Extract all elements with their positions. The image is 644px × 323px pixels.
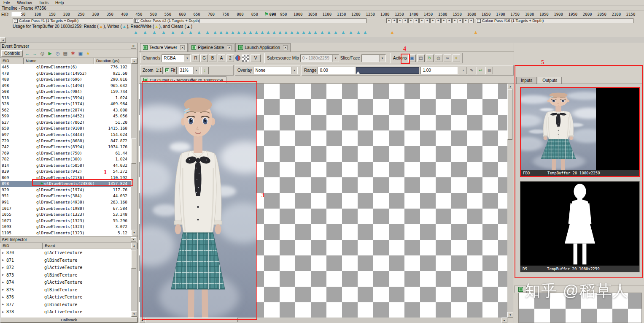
eid-input[interactable]: [11, 12, 22, 16]
fit-button[interactable]: Fit: [164, 67, 176, 74]
scroll-track[interactable]: [507, 89, 513, 312]
api-call-row[interactable]: ▶871glBindTexture: [0, 257, 132, 264]
collapsed-pass[interactable]: +: [392, 18, 397, 23]
range-marker-icon[interactable]: [356, 71, 360, 74]
zoom-range-icon[interactable]: ◔: [459, 67, 466, 74]
event-row[interactable]: 1017glDrawElements(1980)67.584: [0, 206, 132, 212]
channel-g-button[interactable]: G: [200, 54, 208, 62]
event-row[interactable]: 729glDrawElements(8688)847.872: [0, 138, 132, 144]
event-row[interactable]: 814glDrawElements(5058)44.032: [0, 163, 132, 169]
api-call-row[interactable]: ▶875glBindTexture: [0, 286, 132, 294]
tab-texture-viewer[interactable]: Texture Viewer×: [140, 43, 188, 52]
event-row[interactable]: 488glDrawElements(696)290.816: [0, 76, 132, 83]
tab-outputs[interactable]: Outputs: [538, 77, 562, 84]
collapsed-pass[interactable]: +: [441, 18, 446, 23]
collapsed-pass[interactable]: +: [397, 18, 402, 23]
event-row[interactable]: 599glDrawElements(4452)45.056: [0, 113, 132, 119]
event-row[interactable]: 508glDrawElements(984)159.744: [0, 89, 132, 95]
expander-icon[interactable]: ▶: [0, 258, 6, 262]
api-inspector-scrollbar[interactable]: ▲ ▼: [131, 243, 137, 317]
expander-icon[interactable]: ▶: [0, 288, 6, 291]
tab-cur-output[interactable]: Cur Output 0 - TempBuffer 20 1080x2259: [140, 76, 226, 83]
close-icon[interactable]: ×: [131, 237, 136, 242]
collapsed-pass[interactable]: +: [425, 18, 430, 23]
event-browser-scrollbar[interactable]: ▲ ▼: [131, 58, 137, 235]
thumbnail-ds[interactable]: DS TempBuffer 20 1080x2259: [520, 181, 640, 272]
api-call-row[interactable]: ▶870glActiveTexture: [0, 249, 132, 257]
colour-pass-bar[interactable]: +Colour Pass #16 (1 Targets + Depth): [476, 18, 633, 23]
scroll-right-icon[interactable]: ►: [501, 318, 507, 323]
scroll-thumb[interactable]: [507, 89, 512, 140]
expander-icon[interactable]: ▶: [0, 251, 6, 255]
event-row[interactable]: 898⚑glDrawElements(24846)1357.824: [0, 181, 132, 187]
export-events-icon[interactable]: ▤: [62, 50, 69, 57]
api-table-header[interactable]: EID Event: [0, 243, 137, 249]
scroll-thumb[interactable]: [131, 250, 136, 269]
collapsed-pass[interactable]: +: [414, 18, 419, 23]
event-row[interactable]: 445glDrawElements(6)776.192: [0, 64, 132, 71]
expand-icon[interactable]: +: [135, 19, 139, 23]
bookmark-icon[interactable]: ★: [84, 50, 92, 57]
find-event-icon[interactable]: ◎: [39, 50, 46, 57]
collapsed-pass[interactable]: +: [447, 18, 452, 23]
resource-link-icon[interactable]: ∞: [444, 54, 451, 62]
scroll-down-icon[interactable]: ▼: [131, 311, 137, 317]
colour-pass-bar[interactable]: +Colour Pass #2 (1 Targets + Depth): [134, 18, 366, 23]
texture-vertical-scrollbar[interactable]: ▲ ▼: [507, 84, 513, 318]
collapsed-pass[interactable]: +: [452, 18, 457, 23]
reset-range-icon[interactable]: ↩: [477, 67, 484, 74]
event-row[interactable]: 498glDrawElements(1494)965.632: [0, 83, 132, 89]
visualisation-button[interactable]: V: [251, 54, 261, 62]
thumbnail-fbo[interactable]: FBO TempBuffer 20 1080x2259: [520, 87, 640, 177]
event-row[interactable]: 1055glDrawElements(1323)53.248: [0, 212, 132, 218]
expand-icon[interactable]: +: [477, 19, 481, 23]
zoom-select[interactable]: 31% ▼: [178, 67, 200, 74]
timeline-ruler[interactable]: EID: 50100150200250300350400450500550600…: [0, 11, 644, 18]
scroll-track[interactable]: [131, 64, 137, 230]
jump-to-eid-icon[interactable]: ▶: [46, 50, 54, 57]
goto-resource-icon[interactable]: ↻: [426, 54, 434, 62]
event-row[interactable]: 782glDrawElements(300)1.024: [0, 156, 132, 163]
menu-help[interactable]: Help: [52, 0, 67, 5]
collapsed-pass[interactable]: +: [408, 18, 413, 23]
event-row[interactable]: 839glDrawElements(942)54.272: [0, 168, 132, 175]
collapsed-pass[interactable]: +: [469, 18, 474, 23]
expander-icon[interactable]: ▶: [0, 266, 6, 269]
event-row[interactable]: 1071glDrawElements(1323)55.296: [0, 218, 132, 224]
sliceface-select[interactable]: ▼: [361, 54, 386, 62]
event-row[interactable]: 528glDrawElements(1374)469.984: [0, 101, 132, 107]
column-eid[interactable]: EID: [0, 243, 43, 249]
texture-image[interactable]: [140, 84, 256, 318]
scroll-down-icon[interactable]: ▼: [507, 312, 513, 318]
channels-select[interactable]: RGBA ▼: [162, 54, 191, 62]
texture-list-icon[interactable]: ▤: [417, 54, 425, 62]
scroll-left-icon[interactable]: ◄: [139, 318, 145, 323]
scroll-track[interactable]: [145, 318, 501, 323]
menu-window[interactable]: Window: [13, 0, 35, 5]
texture-horizontal-scrollbar[interactable]: ◄ ►: [139, 318, 507, 323]
event-row[interactable]: 769glDrawElements(750)61.44: [0, 150, 132, 157]
close-icon[interactable]: ×: [131, 44, 136, 49]
event-row[interactable]: 518glDrawElements(3594)1.024: [0, 95, 132, 101]
menu-tools[interactable]: Tools: [35, 0, 52, 5]
event-row[interactable]: 991glDrawElements(4938)263.168: [0, 199, 132, 206]
event-row[interactable]: 697glDrawElements(3444)154.624: [0, 132, 132, 138]
channel-r-button[interactable]: R: [192, 54, 199, 62]
collapsed-pass[interactable]: +: [403, 18, 408, 23]
expander-icon[interactable]: ▶: [0, 281, 6, 284]
filter-events-icon[interactable]: ✱: [69, 50, 76, 57]
column-name[interactable]: Name: [24, 58, 94, 64]
range-min-field[interactable]: 0.00: [318, 67, 355, 74]
scroll-up-icon[interactable]: ▲: [131, 243, 137, 248]
tab-launch-application[interactable]: Launch Application×: [235, 43, 291, 52]
gamma-button[interactable]: 2: [226, 54, 234, 62]
one-to-one-button[interactable]: 1:1: [155, 67, 163, 74]
tab-inputs[interactable]: Inputs: [516, 77, 537, 84]
color-wheel-icon[interactable]: [235, 55, 240, 61]
scroll-thumb[interactable]: [145, 318, 238, 322]
close-icon[interactable]: ×: [180, 45, 185, 50]
scroll-thumb[interactable]: [131, 138, 136, 164]
api-call-row[interactable]: ▶873glBindTexture: [0, 271, 132, 279]
scroll-track[interactable]: [6, 37, 644, 43]
range-slider[interactable]: [356, 67, 419, 74]
